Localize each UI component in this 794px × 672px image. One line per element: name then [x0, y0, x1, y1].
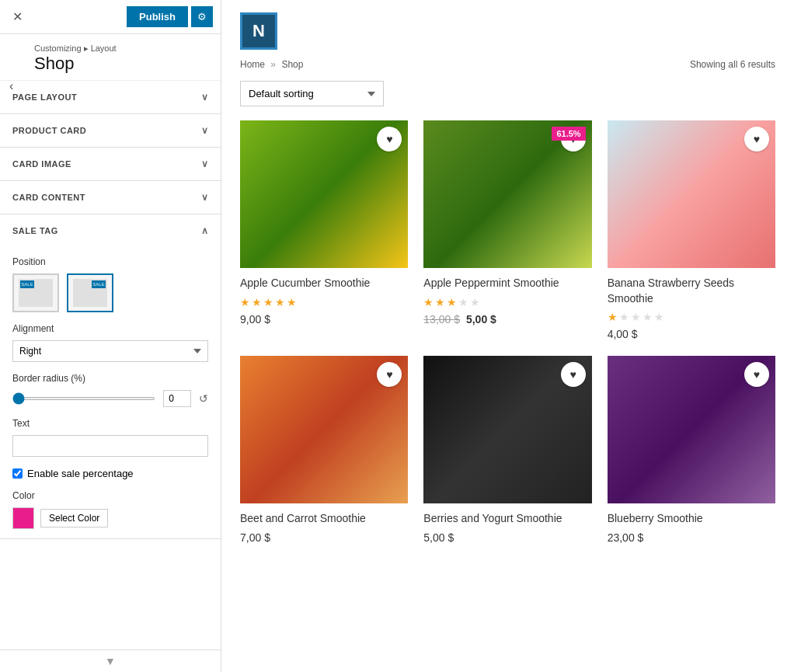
shop-link[interactable]: Shop	[281, 59, 303, 70]
back-button[interactable]: ‹	[9, 79, 13, 93]
gear-button[interactable]: ⚙	[191, 6, 213, 27]
breadcrumb-area: Customizing ▸ Layout Shop	[0, 34, 221, 81]
enable-percentage-row: Enable sale percentage	[12, 468, 208, 479]
accordion-product-card-label: PRODUCT CARD	[12, 126, 86, 135]
customizer-panel: ✕ Publish ⚙ ‹ Customizing ▸ Layout Shop …	[0, 0, 221, 672]
product-image: ♥	[608, 120, 775, 268]
accordion-scroll[interactable]: PAGE LAYOUT ∨ PRODUCT CARD ∨ CARD IMAGE …	[0, 81, 221, 649]
border-radius-input[interactable]	[163, 390, 191, 407]
sale-tag-left-indicator: SALE	[20, 280, 34, 288]
product-name: Apple Peppermint Smoothie	[423, 276, 591, 291]
accordion-card-content: CARD CONTENT ∨	[0, 181, 221, 214]
wishlist-button[interactable]: ♥	[377, 127, 402, 151]
border-radius-reset[interactable]: ↺	[199, 392, 208, 405]
star-icon: ★	[263, 296, 273, 308]
star-icon: ★	[654, 311, 664, 323]
accordion-page-layout-header[interactable]: PAGE LAYOUT ∨	[0, 81, 221, 113]
wishlist-button[interactable]: ♥	[744, 362, 769, 387]
alignment-select[interactable]: Right Left Center	[12, 340, 208, 362]
sale-price: 5,00 $	[466, 313, 496, 326]
sale-badge: 61.5%	[552, 127, 585, 141]
top-bar: ✕ Publish ⚙	[0, 0, 221, 34]
enable-percentage-label: Enable sale percentage	[27, 468, 134, 479]
site-logo: N	[240, 12, 277, 50]
scroll-down-icon: ▼	[105, 655, 116, 667]
star-icon: ★	[608, 311, 618, 323]
publish-area: Publish ⚙	[127, 6, 213, 27]
color-label: Color	[12, 490, 208, 501]
product-image: ♥	[240, 356, 408, 503]
border-radius-label: Border radius (%)	[12, 373, 208, 384]
shop-breadcrumb-links: Home » Shop	[240, 59, 303, 70]
accordion-page-layout: PAGE LAYOUT ∨	[0, 81, 221, 114]
product-card: ♥ Beet and Carrot Smoothie 7,00 $	[240, 356, 408, 544]
accordion-card-content-label: CARD CONTENT	[12, 193, 85, 202]
chevron-down-icon: ∨	[201, 125, 209, 136]
color-swatch[interactable]	[12, 507, 34, 529]
chevron-down-icon: ∨	[201, 192, 209, 203]
product-price: 5,00 $	[423, 531, 591, 544]
accordion-product-card: PRODUCT CARD ∨	[0, 114, 221, 148]
publish-button[interactable]: Publish	[127, 6, 188, 27]
original-price: 13,00 $	[423, 313, 460, 326]
product-name: Apple Cucumber Smoothie	[240, 276, 408, 291]
color-row: Select Color	[12, 507, 208, 529]
sale-tag-right-indicator: SALE	[92, 280, 106, 288]
star-icon: ★	[458, 296, 468, 308]
sale-tag-body: Position SALE SALE Alignment	[0, 247, 221, 538]
star-icon: ★	[435, 296, 445, 308]
breadcrumb-wrapper: ‹ Customizing ▸ Layout Shop	[0, 34, 221, 81]
chevron-down-icon: ∨	[201, 158, 209, 169]
select-color-button[interactable]: Select Color	[40, 509, 108, 528]
accordion-card-image: CARD IMAGE ∨	[0, 148, 221, 181]
product-card: 61.5% ♥ Apple Peppermint Smoothie ★★★★★ …	[423, 120, 591, 340]
star-icon: ★	[287, 296, 297, 308]
accordion-card-image-header[interactable]: CARD IMAGE ∨	[0, 148, 221, 180]
border-radius-row: ↺	[12, 390, 208, 407]
home-link[interactable]: Home	[240, 59, 265, 70]
accordion-sale-tag-header[interactable]: SALE TAG ∧	[0, 214, 221, 247]
position-left-option[interactable]: SALE	[12, 273, 59, 312]
position-left-preview: SALE	[19, 279, 53, 307]
shop-breadcrumb: Home » Shop Showing all 6 results	[240, 59, 775, 70]
enable-percentage-checkbox[interactable]	[12, 468, 23, 479]
accordion-card-content-header[interactable]: CARD CONTENT ∨	[0, 181, 221, 214]
product-price: 13,00 $ 5,00 $	[423, 313, 591, 326]
close-button[interactable]: ✕	[8, 8, 27, 26]
star-icon: ★	[252, 296, 262, 308]
product-price: 4,00 $	[608, 328, 775, 340]
star-icon: ★	[447, 296, 457, 308]
product-price: 23,00 $	[608, 531, 775, 544]
product-name: Beet and Carrot Smoothie	[240, 511, 408, 527]
product-price: 9,00 $	[240, 313, 408, 326]
star-icon: ★	[275, 296, 285, 308]
border-radius-slider[interactable]	[12, 397, 155, 400]
star-icon: ★	[643, 311, 653, 323]
wishlist-button[interactable]: ♥	[744, 127, 769, 151]
sort-select[interactable]: Default sorting Sort by popularity Sort …	[240, 81, 384, 106]
star-icon: ★	[631, 311, 641, 323]
product-image: ♥	[423, 356, 591, 503]
product-card: ♥ Berries and Yogurt Smoothie 5,00 $	[423, 356, 591, 544]
scroll-bottom-indicator: ▼	[0, 649, 221, 672]
accordion-sale-tag: SALE TAG ∧ Position SALE SALE	[0, 214, 221, 539]
breadcrumb: Customizing ▸ Layout	[34, 44, 208, 54]
product-card: ♥ Apple Cucumber Smoothie ★★★★★ 9,00 $	[240, 120, 408, 340]
sort-bar: Default sorting Sort by popularity Sort …	[240, 81, 775, 106]
product-stars: ★★★★★	[240, 296, 408, 308]
product-stars: ★★★★★	[608, 311, 775, 323]
chevron-up-icon: ∧	[201, 225, 209, 236]
sale-tag-text-input[interactable]	[12, 435, 208, 457]
product-stars: ★★★★★	[423, 296, 591, 308]
accordion-sale-tag-label: SALE TAG	[12, 226, 58, 235]
position-label: Position	[12, 256, 208, 267]
star-icon: ★	[423, 296, 434, 308]
position-right-preview: SALE	[73, 279, 107, 307]
product-name: Berries and Yogurt Smoothie	[423, 511, 591, 527]
position-right-option[interactable]: SALE	[67, 273, 113, 312]
chevron-down-icon: ∨	[201, 92, 209, 103]
product-image: 61.5% ♥	[423, 120, 591, 268]
wishlist-button[interactable]: ♥	[561, 362, 586, 387]
wishlist-button[interactable]: ♥	[377, 362, 402, 387]
accordion-product-card-header[interactable]: PRODUCT CARD ∨	[0, 114, 221, 147]
